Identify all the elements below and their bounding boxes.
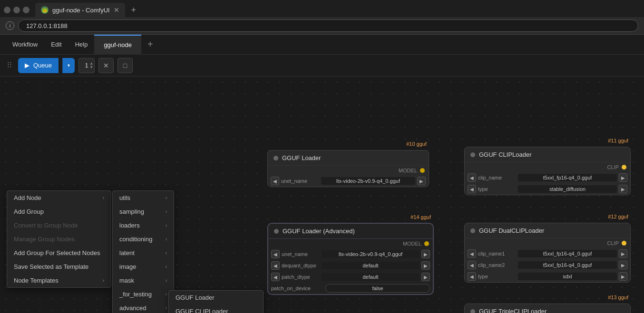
- right-dual-3[interactable]: ▶: [619, 272, 627, 281]
- workflow-nav[interactable]: Workflow: [6, 35, 44, 55]
- node-templates-item[interactable]: Node Templates ›: [7, 274, 111, 287]
- left-arrow-dequant[interactable]: ◀: [271, 261, 280, 270]
- right-clip-name[interactable]: ▶: [619, 173, 627, 182]
- submenu-conditioning[interactable]: conditioning ›: [113, 232, 174, 246]
- node-row-patch-device: patch_on_device false: [268, 283, 433, 294]
- gguf-loader-node[interactable]: #10 gguf GGUF Loader MODEL ◀ unet_name l…: [267, 150, 429, 187]
- right-dual-2[interactable]: ▶: [619, 261, 627, 269]
- unet-value-adv: ltx-video-2b-v0.9-q4_0.gguf: [322, 250, 420, 258]
- window-close[interactable]: [23, 7, 29, 13]
- dual-row-3: ◀ type sdxl ▶: [465, 271, 630, 282]
- output-dot-10: [420, 168, 425, 173]
- dual-label-3: type: [478, 274, 516, 279]
- address-input[interactable]: [18, 19, 638, 32]
- node-id-14: #14 gguf: [410, 214, 431, 220]
- arrow-advanced: ›: [166, 305, 167, 311]
- gguf-cliploader-node[interactable]: #11 gguf GGUF CLIPLoader CLIP ◀ clip_nam…: [464, 147, 631, 195]
- unet-label: unet_name: [281, 178, 319, 184]
- node-gguf-loader[interactable]: GGUF Loader: [169, 291, 263, 304]
- submenu-latent[interactable]: latent ›: [113, 246, 174, 260]
- node-gguf-cliploader[interactable]: GGUF CLIPLoader: [169, 304, 263, 313]
- queue-dropdown-btn[interactable]: ▾: [62, 58, 75, 73]
- drag-handle-icon: ⠿: [7, 61, 12, 70]
- node-row-clip-type: ◀ type stable_diffusion ▶: [465, 183, 630, 195]
- node-dot-12: [470, 228, 475, 233]
- right-arrow-dequant[interactable]: ▶: [421, 261, 430, 270]
- window-minimize[interactable]: [4, 7, 10, 13]
- node-title-11: GGUF CLIPLoader: [479, 151, 532, 158]
- decrement-arrow[interactable]: ▼: [89, 66, 93, 69]
- node-row-unet-adv: ◀ unet_name ltx-video-2b-v0.9-q4_0.gguf …: [268, 248, 433, 260]
- toolbar: ⠿ ▶ Queue ▾ 1 ▲ ▼ ✕ □: [0, 55, 644, 76]
- add-group-item[interactable]: Add Group: [7, 205, 111, 218]
- node-row-patch: ◀ patch_dtype default ▶: [268, 271, 433, 283]
- gguf-dualcliploader-node[interactable]: #12 gguf GGUF DualCLIPLoader CLIP ◀ clip…: [464, 223, 631, 283]
- tab-close-btn[interactable]: ✕: [114, 6, 119, 14]
- node-title-12: GGUF DualCLIPLoader: [479, 227, 544, 234]
- submenu-mask[interactable]: mask ›: [113, 274, 174, 287]
- arrow-latent: ›: [166, 250, 167, 256]
- submenu-for-testing[interactable]: _for_testing ›: [113, 287, 174, 301]
- add-node-item[interactable]: Add Node ›: [7, 191, 111, 205]
- edit-nav[interactable]: Edit: [44, 35, 68, 55]
- gguf-loader-advanced-node[interactable]: #14 gguf GGUF Loader (Advanced) MODEL ◀ …: [267, 223, 434, 295]
- cancel-btn[interactable]: ✕: [98, 58, 114, 73]
- right-arrow-patch[interactable]: ▶: [421, 273, 430, 281]
- node-title-adv: GGUF Loader (Advanced): [283, 228, 355, 235]
- node-title-13: GGUF TripleCLIPLoader: [479, 308, 546, 313]
- help-nav[interactable]: Help: [68, 35, 95, 55]
- left-arrow-patch[interactable]: ◀: [271, 273, 280, 281]
- stop-btn[interactable]: □: [117, 58, 133, 73]
- clip-dot-11: [622, 165, 626, 170]
- play-icon: ▶: [25, 62, 29, 69]
- clip-name-value: t5xxl_fp16-q4_0.gguf: [518, 174, 617, 181]
- browser-chrome: 🐸 gguf-node - ComfyUI ✕ + i: [0, 0, 644, 35]
- submenu-sampling[interactable]: sampling ›: [113, 205, 174, 218]
- node-header-13: GGUF TripleCLIPLoader: [465, 304, 630, 313]
- add-group-selected-item[interactable]: Add Group For Selected Nodes: [7, 246, 111, 260]
- arrow-mask: ›: [166, 278, 167, 283]
- dual-label-1: clip_name1: [478, 251, 516, 256]
- unet-value: ltx-video-2b-v0.9-q4_0.gguf: [321, 177, 415, 185]
- dual-value-1: t5xxl_fp16-q4_0.gguf: [518, 250, 617, 257]
- gguf-nodes-submenu: GGUF Loader GGUF CLIPLoader GGUF DualCLI…: [168, 290, 263, 313]
- left-dual-1[interactable]: ◀: [468, 249, 476, 258]
- submenu-utils[interactable]: utils ›: [113, 191, 174, 205]
- left-arrow-unet[interactable]: ◀: [271, 177, 279, 185]
- arrow-utils: ›: [166, 195, 167, 200]
- node-output-10: MODEL: [268, 166, 429, 175]
- node-output-adv: MODEL: [268, 239, 433, 248]
- browser-tab[interactable]: 🐸 gguf-node - ComfyUI ✕: [35, 3, 125, 17]
- queue-button[interactable]: ▶ Queue: [18, 58, 59, 73]
- gguf-triplecliploader-node[interactable]: #13 gguf GGUF TripleCLIPLoader CLIP ◀ cl…: [464, 304, 631, 313]
- unet-label-adv: unet_name: [282, 251, 320, 257]
- save-template-item[interactable]: Save Selected as Template: [7, 260, 111, 274]
- node-id-11: #11 gguf: [608, 138, 628, 143]
- window-maximize[interactable]: [13, 7, 20, 13]
- node-row-clip-name: ◀ clip_name t5xxl_fp16-q4_0.gguf ▶: [465, 172, 630, 183]
- left-clip-type[interactable]: ◀: [468, 185, 476, 193]
- submenu-loaders[interactable]: loaders ›: [113, 218, 174, 232]
- left-dual-2[interactable]: ◀: [468, 261, 476, 269]
- right-arrow-unet-adv[interactable]: ▶: [421, 250, 430, 258]
- right-arrow-unet[interactable]: ▶: [417, 177, 426, 185]
- new-tab-btn[interactable]: +: [127, 3, 140, 17]
- right-clip-type[interactable]: ▶: [619, 185, 627, 193]
- add-tab-btn[interactable]: +: [143, 38, 157, 52]
- info-icon[interactable]: i: [6, 21, 14, 30]
- active-tab[interactable]: gguf-node: [94, 35, 141, 55]
- node-output-12: CLIP: [465, 238, 630, 248]
- node-header-12: GGUF DualCLIPLoader: [465, 223, 630, 238]
- patch-device-value[interactable]: false: [325, 284, 430, 293]
- left-dual-3[interactable]: ◀: [468, 272, 476, 281]
- left-arrow-unet-adv[interactable]: ◀: [271, 250, 280, 258]
- submenu-image[interactable]: image ›: [113, 260, 174, 274]
- canvas-area[interactable]: #10 gguf GGUF Loader MODEL ◀ unet_name l…: [0, 76, 644, 313]
- node-id-12: #12 gguf: [608, 214, 628, 219]
- left-clip-name[interactable]: ◀: [468, 173, 476, 182]
- right-dual-1[interactable]: ▶: [619, 249, 627, 258]
- submenu-advanced[interactable]: advanced ›: [113, 301, 174, 313]
- tab-bar: 🐸 gguf-node - ComfyUI ✕ +: [0, 0, 644, 17]
- clip-type-value: stable_diffusion: [518, 185, 617, 193]
- queue-count-input[interactable]: 1 ▲ ▼: [78, 58, 95, 73]
